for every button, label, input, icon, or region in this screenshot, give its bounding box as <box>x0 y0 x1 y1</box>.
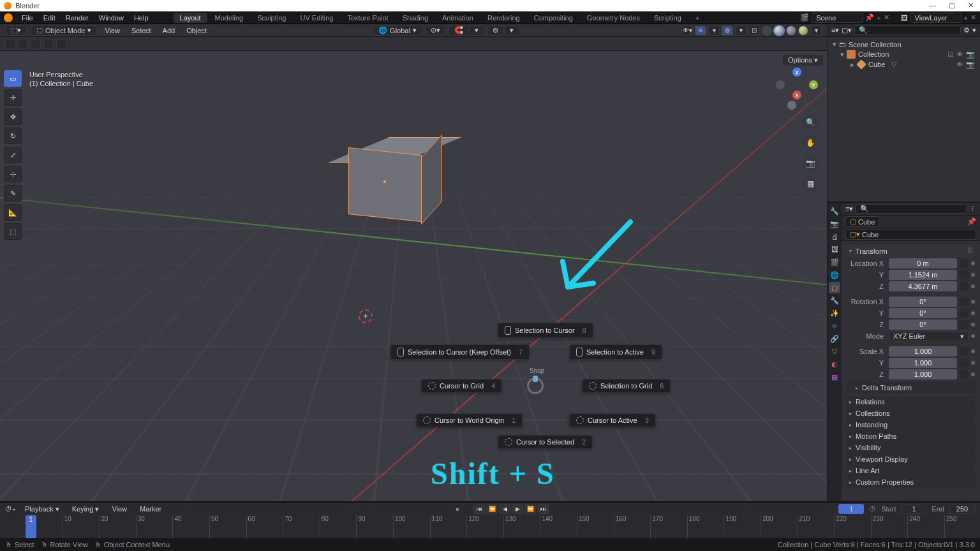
tool-measure[interactable]: 📐 <box>4 204 22 221</box>
panel-transform[interactable]: ▾Transform ⠿ <box>847 245 975 257</box>
viewport-menu-add[interactable]: Add <box>159 27 179 34</box>
props-tab-world[interactable]: 🌐 <box>829 269 840 281</box>
scene-unlink-button[interactable]: ✕ <box>884 13 889 22</box>
select-subtract-icon[interactable] <box>56 39 66 49</box>
pie-cursor-to-active[interactable]: Cursor to Active3 <box>569 413 656 427</box>
timeline-ruler[interactable]: 1 10203040506070809010011012013014015016… <box>0 515 980 538</box>
shading-solid-button[interactable] <box>774 26 784 36</box>
menu-render[interactable]: Render <box>61 11 94 24</box>
current-frame-input[interactable]: 1 <box>838 504 864 514</box>
outliner-cube[interactable]: ▸ Cube ▽ 👁 📷 <box>830 59 977 70</box>
start-frame-input[interactable]: 1 <box>901 504 926 514</box>
ws-tab-texture-paint[interactable]: Texture Paint <box>341 13 394 23</box>
transform-orientation-dropdown[interactable]: 🌐 Global▾ <box>373 26 422 36</box>
props-tab-object[interactable]: ▢ <box>829 282 840 293</box>
proportional-toggle[interactable]: ⊚ <box>487 26 504 36</box>
panel-collections[interactable]: ▸Collections <box>847 408 975 419</box>
props-editor-type-icon[interactable]: ≡▾ <box>845 205 853 213</box>
shading-material-button[interactable] <box>786 26 796 36</box>
panel-delta-transform[interactable]: ▸Delta Transform <box>847 382 975 393</box>
interaction-mode-dropdown[interactable]: ⬚ Object Mode ▾ <box>31 26 97 36</box>
rotation-x-input[interactable]: 0° <box>889 297 957 307</box>
ws-tab-sculpting[interactable]: Sculpting <box>251 13 292 23</box>
ws-tab-shading[interactable]: Shading <box>396 13 434 23</box>
outliner-scene-collection[interactable]: ▾ 🗀 Scene Collection <box>830 40 977 49</box>
snap-toggle[interactable]: 🧲 <box>449 26 469 36</box>
props-tab-output[interactable]: 🖨 <box>829 231 840 242</box>
rotation-y-input[interactable]: 0° <box>889 308 957 318</box>
props-options-icon[interactable]: ⋮ <box>969 205 976 213</box>
location-z-input[interactable]: 4.3677 m <box>889 281 957 291</box>
overlays-toggle[interactable]: ⊚ <box>722 26 733 36</box>
overlays-dropdown[interactable]: ▾ <box>735 26 746 36</box>
viewlayer-browse-icon[interactable]: 🖼 <box>901 14 908 22</box>
jump-keyframe-forward-button[interactable]: ⏩ <box>524 504 536 514</box>
auto-keying-toggle[interactable]: ● <box>455 505 459 513</box>
gizmo-x-axis[interactable]: X <box>792 91 801 99</box>
viewport-menu-view[interactable]: View <box>101 27 124 34</box>
rotation-z-input[interactable]: 0° <box>889 320 957 330</box>
tool-cursor[interactable]: ✛ <box>4 89 22 106</box>
play-reverse-button[interactable]: ◀ <box>499 504 510 514</box>
props-tab-tool[interactable]: 🔧 <box>829 205 840 217</box>
gizmo-z-axis[interactable]: Z <box>792 68 801 77</box>
xray-toggle[interactable]: ⊡ <box>748 26 760 36</box>
gizmo-neg-axis[interactable] <box>776 80 785 89</box>
select-invert-icon[interactable] <box>31 39 41 49</box>
shading-dropdown[interactable]: ▾ <box>810 26 822 36</box>
panel-instancing[interactable]: ▸Instancing <box>847 419 975 430</box>
scale-z-input[interactable]: 1.000 <box>889 369 957 379</box>
shading-wireframe-button[interactable] <box>762 26 772 36</box>
ws-tab-uv-editing[interactable]: UV Editing <box>293 13 339 23</box>
gizmo-y-axis[interactable]: Y <box>809 80 818 89</box>
menu-file[interactable]: File <box>17 11 38 24</box>
ws-tab-modeling[interactable]: Modeling <box>209 13 250 23</box>
pie-selection-to-cursor[interactable]: Selection to Cursor8 <box>498 323 593 338</box>
snap-dropdown[interactable]: ▾ <box>469 26 484 36</box>
location-x-input[interactable]: 0 m <box>889 258 957 268</box>
shading-rendered-button[interactable] <box>798 26 808 36</box>
navigation-gizmo[interactable]: Z Y X <box>775 68 819 112</box>
pie-selection-to-active[interactable]: Selection to Active9 <box>569 344 662 360</box>
hide-render-icon[interactable]: 📷 <box>966 50 975 59</box>
menu-edit[interactable]: Edit <box>38 11 61 24</box>
ws-tab-scripting[interactable]: Scripting <box>648 13 688 23</box>
select-intersect-icon[interactable] <box>43 39 54 49</box>
jump-to-end-button[interactable]: ⏭ <box>537 504 549 514</box>
outliner-view-dropdown[interactable]: ▢▾ <box>842 26 852 34</box>
tool-add-cube[interactable]: ⬚ <box>4 223 22 240</box>
ws-tab-add[interactable]: + <box>689 13 706 23</box>
ws-tab-rendering[interactable]: Rendering <box>481 13 526 23</box>
pan-icon[interactable]: ✋ <box>803 135 818 151</box>
play-button[interactable]: ▶ <box>512 504 523 514</box>
scene-pin-icon[interactable]: 📌 <box>865 13 874 22</box>
end-frame-input[interactable]: 250 <box>949 504 975 514</box>
tool-move[interactable]: ✥ <box>4 108 22 125</box>
panel-custom-properties[interactable]: ▸Custom Properties <box>847 476 975 488</box>
props-tab-constraints[interactable]: 🔗 <box>829 333 840 344</box>
props-tab-scene[interactable]: 🎬 <box>829 256 840 268</box>
outliner-filter-icon[interactable]: ⚙ <box>963 26 970 34</box>
tool-scale[interactable]: ⤢ <box>4 147 22 163</box>
zoom-icon[interactable]: 🔍 <box>803 115 818 130</box>
props-tab-physics[interactable]: ⚛ <box>829 320 840 332</box>
cube-object[interactable] <box>348 137 442 230</box>
hide-render-icon[interactable]: 📷 <box>966 61 975 69</box>
viewlayer-new-button[interactable]: + <box>964 14 968 22</box>
panel-line-art[interactable]: ▸Line Art <box>847 465 975 476</box>
scale-x-input[interactable]: 1.000 <box>889 346 957 356</box>
props-tab-view-layer[interactable]: 🖼 <box>829 244 840 255</box>
scene-name-input[interactable] <box>812 13 863 23</box>
pie-cursor-to-world-origin[interactable]: Cursor to World Origin1 <box>416 413 523 427</box>
datablock-name-input[interactable]: ▢▾ Cube <box>845 229 976 240</box>
ws-tab-geometry-nodes[interactable]: Geometry Nodes <box>581 13 646 23</box>
props-tab-particles[interactable]: ✨ <box>829 307 840 319</box>
ws-tab-layout[interactable]: Layout <box>174 13 207 23</box>
props-search-input[interactable]: 🔍 <box>856 204 967 214</box>
animate-dot[interactable] <box>971 261 975 265</box>
outliner-new-collection-icon[interactable]: ▾ <box>972 26 976 34</box>
scene-new-button[interactable]: + <box>877 14 880 22</box>
timeline-menu-keying[interactable]: Keying ▾ <box>68 505 103 513</box>
hide-viewport-icon[interactable]: 👁 <box>956 50 963 59</box>
ws-tab-compositing[interactable]: Compositing <box>528 13 579 23</box>
